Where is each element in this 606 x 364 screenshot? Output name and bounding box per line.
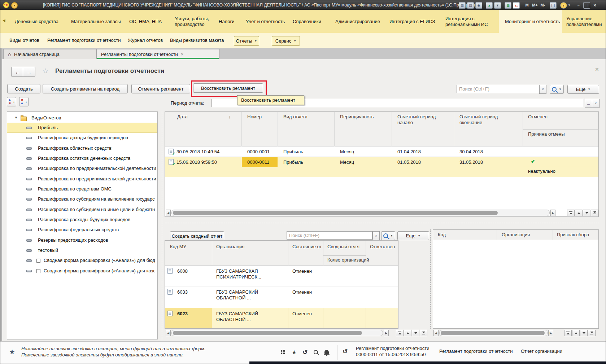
- footer-history-item[interactable]: Регламент подготовки отчетности 0000-001…: [356, 346, 430, 357]
- tree-item[interactable]: Расшифровка остатков денежных средств: [38, 155, 131, 161]
- summary-search-input[interactable]: [287, 231, 372, 240]
- info-dropdown-icon[interactable]: ▼: [568, 4, 571, 9]
- ribbon-tab-money[interactable]: Денежные средства: [15, 19, 58, 24]
- favorites-button[interactable]: ★: [289, 346, 300, 358]
- go-prev-button[interactable]: [404, 330, 411, 336]
- h-scrollbar-thumb[interactable]: [173, 331, 362, 335]
- col-report-state[interactable]: Состояние отчета: [292, 244, 322, 249]
- vertical-splitter[interactable]: [162, 111, 162, 339]
- tree-item[interactable]: Расшифровка по субсидиям на выполнение г…: [38, 196, 155, 202]
- create-button[interactable]: Создать: [7, 84, 40, 93]
- global-search-button[interactable]: [310, 346, 321, 358]
- col-number[interactable]: Номер: [247, 114, 262, 119]
- col-summary-report[interactable]: Сводный отчет: [327, 244, 360, 249]
- history-button[interactable]: ↺: [300, 346, 310, 358]
- memory-mplus-button[interactable]: M+: [531, 2, 539, 8]
- ribbon-tab-os[interactable]: ОС, НМА, НПА: [129, 19, 162, 24]
- scroll-left-button[interactable]: ◀: [433, 330, 439, 336]
- split-window-icon[interactable]: ❘❘: [550, 2, 557, 9]
- ribbon-tab-monitoring[interactable]: Мониторинг и отчетность: [505, 19, 560, 24]
- go-prev-button[interactable]: [575, 210, 583, 216]
- col-cancel-reason[interactable]: Причина отмены: [528, 131, 564, 137]
- col-date[interactable]: Дата: [177, 114, 188, 119]
- go-last-button[interactable]: [420, 330, 427, 336]
- ribbon-tab-administration[interactable]: Администрирование: [335, 19, 380, 24]
- col-collect-flag[interactable]: Признак сбора: [557, 232, 589, 237]
- horizontal-splitter[interactable]: [165, 223, 599, 223]
- go-prev-button[interactable]: [572, 330, 580, 336]
- submenu-report-kinds[interactable]: Виды отчетов: [9, 38, 39, 43]
- scroll-left-button[interactable]: ◀: [166, 330, 171, 336]
- sort-asc-button[interactable]: АЯ: [7, 97, 16, 106]
- ribbon-tab-regional[interactable]: Интеграция с региональными ИС: [445, 16, 492, 27]
- tree-item[interactable]: Резервы предстоящих расходов: [38, 237, 108, 243]
- favorite-star-icon[interactable]: ☆: [42, 67, 48, 75]
- scroll-left-button[interactable]: ◀: [166, 210, 171, 216]
- scroll-right-button[interactable]: ▶: [384, 330, 389, 336]
- ribbon-collapse-icon[interactable]: ◀: [3, 18, 5, 22]
- col-organization[interactable]: Организация: [216, 244, 244, 249]
- tree-item[interactable]: Расшифровка областных средств: [38, 145, 112, 151]
- system-menu-button[interactable]: ▼: [11, 2, 18, 9]
- col-code[interactable]: Код: [438, 232, 446, 237]
- tree-root-row[interactable]: ▼ ВидыОтчетов: [7, 113, 157, 123]
- submenu-report-journal[interactable]: Журнал отчетов: [128, 38, 163, 43]
- sort-desc-button[interactable]: ЯА: [19, 97, 29, 106]
- go-next-button[interactable]: [412, 330, 419, 336]
- go-next-button[interactable]: [580, 330, 588, 336]
- go-last-button[interactable]: [591, 210, 598, 216]
- tree-expand-icon[interactable]: ▼: [14, 116, 18, 119]
- tab-home[interactable]: ⌂ Начальная страница: [3, 49, 96, 59]
- back-button[interactable]: ←: [11, 67, 24, 77]
- search-input[interactable]: [457, 85, 540, 93]
- footer-history-item[interactable]: Регламент подготовки отчетности: [439, 348, 513, 354]
- period-clear-button[interactable]: ×: [592, 99, 600, 108]
- col-periodicity[interactable]: Периодичность: [340, 114, 374, 119]
- export-icon[interactable]: ▼: [494, 2, 501, 9]
- footer-history-item[interactable]: Отчет организации: [521, 348, 562, 354]
- tree-item[interactable]: Расшифровка по предпринимательской деяте…: [38, 166, 156, 171]
- tree-item[interactable]: Расшифровка доходы будущих периодов: [38, 135, 128, 140]
- forward-button[interactable]: →: [23, 67, 35, 77]
- regulation-row[interactable]: [165, 146, 598, 157]
- tree-item[interactable]: Расшифровка расходы будущих периодов: [38, 217, 130, 222]
- scroll-right-button[interactable]: ▶: [550, 210, 555, 216]
- tree-item[interactable]: Расшифровка федеральных средств: [38, 227, 119, 232]
- more-button[interactable]: Еще▼: [567, 85, 599, 94]
- go-first-button[interactable]: [567, 210, 575, 216]
- col-org-count[interactable]: Колво организаций: [327, 257, 369, 263]
- tree-item[interactable]: Расшифровка по предпринимательской деяте…: [38, 176, 156, 181]
- calculator-icon[interactable]: ▦: [505, 2, 511, 9]
- col-mu-code[interactable]: Код МУ: [170, 244, 186, 249]
- search-clear-button[interactable]: ×: [539, 85, 546, 94]
- close-button[interactable]: ×: [591, 2, 598, 8]
- h-scrollbar-thumb[interactable]: [441, 331, 545, 335]
- calendar-icon[interactable]: 31: [513, 2, 520, 9]
- tree-item[interactable]: Прибыль: [38, 125, 58, 130]
- service-menu-button[interactable]: Сервис▼: [272, 36, 300, 46]
- restore-button[interactable]: ❐: [583, 2, 590, 9]
- form-close-icon[interactable]: ×: [595, 66, 599, 73]
- notifications-button[interactable]: [321, 346, 332, 358]
- col-responsible[interactable]: Ответствен: [370, 244, 395, 249]
- col-cancelled[interactable]: Отменен: [528, 114, 548, 119]
- scroll-right-button[interactable]: ▶: [548, 330, 553, 336]
- tree-item[interactable]: тестовый: [38, 247, 58, 253]
- print-icon[interactable]: ▤: [467, 2, 474, 9]
- submenu-layout-attrs[interactable]: Виды реквизитов макета: [170, 38, 224, 43]
- memory-m-button[interactable]: M: [523, 2, 531, 8]
- summary-search-clear-button[interactable]: ×: [372, 231, 380, 240]
- ribbon-tab-materials[interactable]: Материальные запасы: [71, 19, 121, 24]
- go-next-button[interactable]: [583, 210, 590, 216]
- ribbon-tab-users[interactable]: Управление пользователями: [566, 16, 606, 27]
- search-button[interactable]: ▼: [550, 85, 564, 94]
- summary-search-button[interactable]: ▼: [381, 231, 395, 240]
- print-preview-icon[interactable]: ◉: [475, 2, 482, 9]
- tree-item[interactable]: Расшифровка по субсидиям на иные цели и …: [38, 207, 155, 212]
- reports-menu-button[interactable]: Отчеты▼: [234, 36, 259, 46]
- memory-mminus-button[interactable]: M-: [539, 2, 546, 8]
- ribbon-tab-egisz[interactable]: Интеграция с ЕГИСЗ: [389, 19, 435, 24]
- tab-close-icon[interactable]: ×: [181, 52, 183, 57]
- go-first-button[interactable]: [564, 330, 572, 336]
- save-icon[interactable]: ▥: [459, 2, 466, 9]
